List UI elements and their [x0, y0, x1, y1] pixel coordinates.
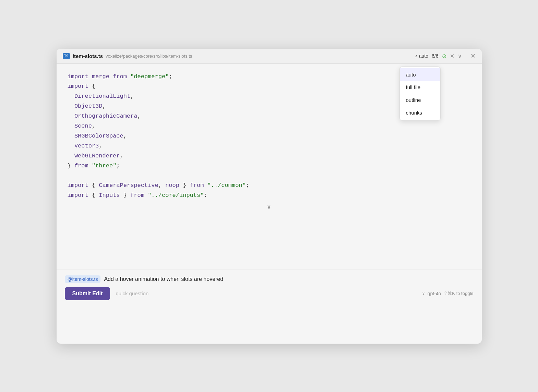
dropdown-item-auto[interactable]: auto — [400, 68, 440, 81]
code-line-9: WebGLRenderer, — [68, 151, 471, 161]
code-line-13: import { Inputs } from "../core/inputs": — [68, 191, 471, 201]
model-chevron-icon[interactable]: ∨ — [422, 291, 425, 296]
title-bar: TS item-slots.ts voxelize/packages/core/… — [57, 49, 482, 64]
file-path: voxelize/packages/core/src/libs/item-slo… — [106, 54, 415, 59]
mention-tag[interactable]: @item-slots.ts — [65, 275, 101, 283]
count-badge: 6/6 — [432, 53, 438, 59]
header-controls: ∧ auto 6/6 ⊙ ✕ ∨ — [415, 53, 462, 59]
right-actions: ∨ gpt-4o ⇧⌘K to toggle — [422, 291, 474, 296]
code-line-10: } from "three"; — [68, 161, 471, 171]
close-tab-button[interactable]: ✕ — [450, 53, 454, 59]
prompt-text: Add a hover animation to when slots are … — [104, 276, 223, 282]
submit-edit-button[interactable]: Submit Edit — [65, 287, 110, 300]
mention-row: @item-slots.ts Add a hover animation to … — [65, 275, 474, 283]
auto-dropdown-menu: auto full file outline chunks — [399, 67, 441, 121]
code-line-7: SRGBColorSpace, — [68, 131, 471, 141]
dropdown-item-full-file[interactable]: full file — [400, 81, 440, 94]
chevron-up-icon: ∧ — [415, 54, 418, 58]
code-line-blank — [68, 171, 471, 181]
auto-dropdown-trigger[interactable]: ∧ auto — [415, 53, 428, 59]
main-window: TS item-slots.ts voxelize/packages/core/… — [57, 49, 482, 344]
ts-icon: TS — [63, 53, 70, 59]
window-close-button[interactable]: ✕ — [470, 53, 476, 59]
quick-question-label: quick question — [116, 290, 148, 296]
dropdown-item-chunks[interactable]: chunks — [400, 106, 440, 119]
scroll-down-indicator[interactable]: ∨ — [68, 201, 471, 217]
model-label[interactable]: gpt-4o — [428, 291, 441, 296]
action-row: Submit Edit quick question ∨ gpt-4o ⇧⌘K … — [65, 287, 474, 300]
chevron-down-icon[interactable]: ∨ — [458, 53, 462, 59]
check-icon: ⊙ — [442, 53, 446, 59]
code-line-8: Vector3, — [68, 141, 471, 151]
bottom-bar: @item-slots.ts Add a hover animation to … — [57, 270, 482, 305]
auto-label: auto — [419, 53, 428, 59]
code-line-12: import { CameraPerspective, noop } from … — [68, 181, 471, 191]
file-name: item-slots.ts — [73, 53, 103, 59]
code-line-6: Scene, — [68, 121, 471, 131]
shortcut-label: ⇧⌘K to toggle — [444, 291, 473, 296]
dropdown-item-outline[interactable]: outline — [400, 94, 440, 106]
